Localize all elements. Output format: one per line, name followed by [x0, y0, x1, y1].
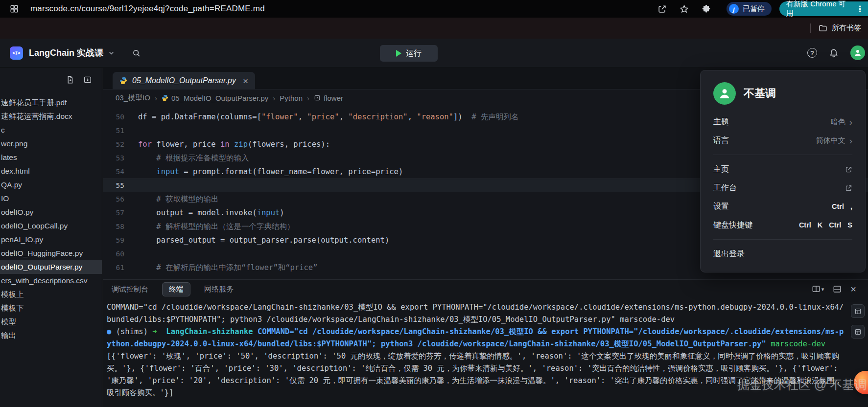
- file-item[interactable]: lates: [0, 151, 102, 164]
- terminal-output[interactable]: COMMAND="cd /cloudide/workspace/LangChai…: [107, 298, 845, 407]
- file-item[interactable]: odelIO_HuggingFace.py: [0, 247, 102, 260]
- menu-item-label: 键盘快捷键: [713, 220, 752, 230]
- course-title: LangChain 实战课: [29, 47, 103, 59]
- user-menu: 不基调 主题暗色›语言简体中文›主页工作台设置Ctrl,键盘快捷键CtrlKCt…: [700, 70, 866, 272]
- terminal-tab[interactable]: 网络服务: [204, 285, 234, 294]
- code-text: parsed_output = output_parser.parse(outp…: [138, 233, 389, 247]
- menu-item-label: 设置: [713, 202, 729, 212]
- breadcrumb-item[interactable]: 05_ModelIO_OutputParser.py: [162, 94, 268, 102]
- new-file-icon[interactable]: [66, 75, 74, 84]
- line-number: 56: [103, 192, 138, 206]
- breadcrumb-item[interactable]: 03_模型IO: [116, 93, 150, 103]
- run-label: 运行: [406, 48, 422, 59]
- user-menu-item[interactable]: 主页: [713, 160, 852, 179]
- bookmark-star-icon[interactable]: [680, 4, 689, 14]
- file-item[interactable]: 模型: [0, 315, 102, 329]
- close-panel-icon[interactable]: ×: [850, 284, 856, 294]
- breadcrumb-item[interactable]: flower: [314, 94, 343, 102]
- editor-tab[interactable]: 05_ModelIO_OutputParser.py ×: [113, 72, 255, 90]
- menu-item-value: 简体中文›: [816, 136, 852, 145]
- line-number: 55: [103, 179, 138, 192]
- terminal-tab[interactable]: 终端: [162, 282, 190, 296]
- file-item[interactable]: penAI_IO.py: [0, 233, 102, 247]
- paused-badge-label: 已暂停: [743, 4, 765, 14]
- file-item[interactable]: wer.png: [0, 137, 102, 151]
- open-folder-icon[interactable]: [83, 75, 92, 84]
- menu-item-label: 语言: [713, 136, 729, 146]
- user-menu-item[interactable]: 退出登录: [713, 245, 852, 263]
- shortcut-key: S: [847, 221, 852, 229]
- user-menu-item[interactable]: 工作台: [713, 179, 852, 197]
- python-icon: [162, 94, 168, 101]
- file-item[interactable]: 模板下: [0, 301, 102, 315]
- user-menu-item[interactable]: 设置Ctrl,: [713, 197, 852, 216]
- breadcrumb-item[interactable]: Python: [280, 94, 303, 102]
- open-in-editor-icon[interactable]: [851, 325, 865, 339]
- menu-item-value: 暗色›: [831, 117, 852, 127]
- line-number: 51: [103, 124, 138, 137]
- file-item[interactable]: c: [0, 123, 102, 137]
- terminal-line: COMMAND="cd /cloudide/workspace/LangChai…: [107, 301, 845, 326]
- extensions-icon[interactable]: [702, 4, 711, 14]
- notifications-icon[interactable]: [829, 48, 839, 58]
- chevron-down-icon[interactable]: ▾: [821, 286, 824, 293]
- bookmarks-bar: 所有书签: [0, 18, 868, 39]
- external-link-icon: [845, 166, 852, 173]
- user-menu-item[interactable]: 语言简体中文›: [713, 131, 852, 150]
- shortcut-key: Ctrl: [832, 203, 844, 210]
- line-number: 59: [103, 233, 138, 247]
- all-bookmarks-button[interactable]: 所有书签: [819, 23, 861, 33]
- share-icon[interactable]: [657, 4, 667, 14]
- line-number: 53: [103, 151, 138, 165]
- panel-layout-icon[interactable]: [833, 285, 842, 294]
- code-text: # 获取模型的输出: [138, 192, 219, 206]
- chevron-right-icon: ›: [849, 117, 852, 127]
- breadcrumb-label: 05_ModelIO_OutputParser.py: [171, 94, 268, 102]
- user-avatar[interactable]: [850, 45, 865, 60]
- browser-topbar: marscode.cn/course/9erl12yejee4qj?code_p…: [0, 0, 868, 18]
- terminal-line: ● (shims) ➜ LangChain-shizhanke COMMAND=…: [107, 326, 845, 350]
- file-item[interactable]: dex.html: [0, 164, 102, 178]
- kebab-menu-icon[interactable]: ⋮: [856, 4, 864, 14]
- folder-icon: [819, 24, 827, 33]
- user-menu-header: 不基调: [713, 82, 852, 105]
- course-switcher[interactable]: </> LangChain 实战课: [10, 39, 141, 67]
- chrome-update-badge[interactable]: 有新版 Chrome 可用 ⋮: [779, 1, 868, 16]
- file-item[interactable]: 速鲜花运营指南.docx: [0, 110, 102, 123]
- menu-item-value: Ctrl,: [829, 203, 852, 210]
- user-menu-item[interactable]: 主题暗色›: [713, 113, 852, 131]
- file-item[interactable]: 速鲜花员工手册.pdf: [0, 96, 102, 110]
- browser-controls: j 已暂停 有新版 Chrome 可用 ⋮: [645, 0, 868, 18]
- file-explorer: 速鲜花员工手册.pdf速鲜花运营指南.docxcwer.pnglatesdex.…: [0, 68, 102, 407]
- split-terminal-icon[interactable]: ▾: [812, 285, 824, 294]
- terminal-tab[interactable]: 调试控制台: [112, 285, 148, 294]
- menu-item-label: 退出登录: [713, 249, 745, 259]
- search-icon[interactable]: [132, 48, 141, 58]
- terminal-actions: ▾ ×: [812, 280, 856, 298]
- file-item[interactable]: QA.py: [0, 178, 102, 192]
- terminal-header: 调试控制台终端网络服务 ▾ ×: [103, 280, 868, 298]
- avatar: [713, 82, 736, 105]
- menu-divider: [713, 155, 852, 155]
- chevron-right-icon: ›: [273, 94, 275, 102]
- file-item[interactable]: 模板上: [0, 288, 102, 301]
- code-text: output = model.invoke(input): [138, 206, 284, 220]
- file-item[interactable]: ers_with_descriptions.csv: [0, 274, 102, 288]
- menu-item-label: 工作台: [713, 183, 737, 193]
- help-icon[interactable]: ?: [807, 48, 817, 58]
- file-item[interactable]: odelIO_OutputParser.py: [0, 260, 102, 274]
- chevron-right-icon: ›: [155, 94, 157, 102]
- file-item[interactable]: odelIO.py: [0, 205, 102, 219]
- menu-divider: [713, 239, 852, 240]
- paused-badge[interactable]: j 已暂停: [727, 2, 772, 16]
- tab-overview-icon[interactable]: [10, 4, 19, 13]
- run-button[interactable]: 运行: [380, 45, 438, 62]
- user-menu-item[interactable]: 键盘快捷键CtrlKCtrlS: [713, 216, 852, 234]
- file-item[interactable]: odelIO_LoopCall.py: [0, 219, 102, 233]
- open-in-editor-icon[interactable]: [851, 304, 865, 318]
- close-icon[interactable]: ×: [243, 76, 248, 86]
- file-item[interactable]: IO: [0, 192, 102, 205]
- file-item[interactable]: 输出: [0, 329, 102, 342]
- address-bar[interactable]: marscode.cn/course/9erl12yejee4qj?code_p…: [30, 4, 265, 14]
- chevron-down-icon[interactable]: [108, 49, 115, 57]
